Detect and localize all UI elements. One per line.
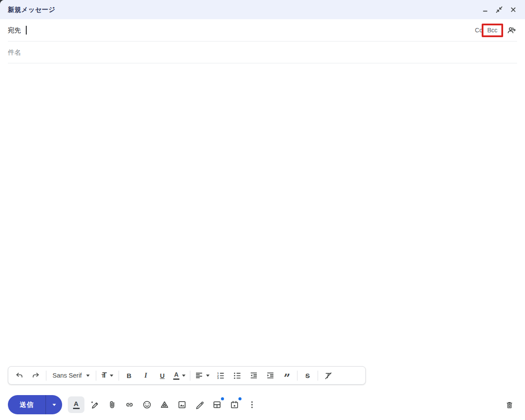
help-me-write-button[interactable] — [86, 396, 103, 413]
numbered-list-button[interactable]: 1 2 3 — [212, 368, 229, 383]
toolbar-divider — [318, 371, 318, 381]
annotation-red-box: Bcc — [482, 24, 503, 37]
pen-icon — [195, 400, 204, 410]
compose-footer: 送信 A — [8, 395, 518, 415]
insert-photo-button[interactable] — [173, 396, 191, 413]
pen-sparkle-icon — [90, 400, 99, 410]
bullet-list-icon — [233, 371, 242, 380]
numbered-list-icon: 1 2 3 — [216, 371, 225, 380]
image-icon — [177, 400, 187, 410]
cc-bcc-group: Cc Bcc — [475, 24, 517, 37]
send-button[interactable]: 送信 — [8, 395, 46, 414]
toolbar-divider — [119, 371, 119, 381]
emoji-icon — [142, 400, 152, 410]
insert-link-button[interactable] — [121, 396, 138, 413]
quote-icon: ” — [284, 371, 290, 380]
strikethrough-icon: S — [305, 372, 310, 379]
chevron-down-icon — [86, 375, 90, 377]
discard-draft-button[interactable] — [500, 396, 518, 413]
add-contacts-button[interactable] — [506, 24, 517, 36]
underline-icon: U — [160, 372, 165, 379]
undo-icon — [15, 371, 24, 380]
bullet-list-button[interactable] — [229, 368, 245, 383]
remove-formatting-icon — [324, 371, 332, 380]
chevron-down-icon — [206, 375, 210, 377]
align-left-icon — [195, 371, 203, 380]
layouts-table-icon — [212, 400, 222, 410]
align-button[interactable] — [192, 368, 212, 383]
signature-pen-button[interactable] — [191, 396, 208, 413]
font-size-icon: TT — [102, 371, 107, 380]
strikethrough-button[interactable]: S — [299, 368, 316, 383]
to-label: 宛先 — [8, 26, 21, 35]
chevron-down-icon — [110, 375, 113, 377]
close-icon — [510, 6, 517, 13]
attach-file-button[interactable] — [103, 396, 121, 413]
bcc-button[interactable]: Bcc — [487, 27, 497, 34]
pop-in-button[interactable] — [494, 4, 505, 15]
text-color-button[interactable]: A — [171, 368, 188, 383]
more-vertical-icon — [247, 400, 257, 410]
link-icon — [125, 400, 134, 410]
to-input[interactable] — [27, 19, 475, 41]
bold-icon: B — [127, 372, 132, 379]
indent-increase-icon — [266, 371, 275, 380]
pop-in-icon — [496, 6, 503, 13]
toolbar-divider — [297, 371, 298, 381]
formatting-options-toggle[interactable]: A — [68, 396, 84, 413]
recipients-row: 宛先 Cc Bcc — [8, 19, 517, 42]
close-button[interactable] — [508, 4, 519, 15]
italic-icon: I — [144, 371, 147, 379]
new-feature-badge — [238, 397, 242, 400]
quote-button[interactable]: ” — [279, 368, 295, 383]
drive-icon — [160, 400, 169, 410]
svg-text:3: 3 — [217, 376, 219, 379]
compose-window: 新規メッセージ 宛先 Cc Bcc — [0, 0, 525, 420]
more-options-button[interactable] — [243, 396, 261, 413]
minimize-icon — [482, 6, 489, 13]
bold-button[interactable]: B — [121, 368, 137, 383]
window-controls — [480, 4, 519, 15]
italic-button[interactable]: I — [137, 368, 154, 383]
compose-title: 新規メッセージ — [8, 6, 56, 14]
indent-decrease-button[interactable] — [245, 368, 262, 383]
font-size-selector[interactable]: TT — [98, 368, 117, 383]
subject-row — [8, 42, 517, 63]
formatting-toolbar: Sans Serif TT B I U A — [8, 366, 366, 385]
undo-button[interactable] — [11, 368, 28, 383]
formatting-a-icon: A — [73, 400, 80, 410]
send-split-button: 送信 — [8, 395, 62, 414]
text-color-icon: A — [173, 371, 179, 380]
calendar-icon — [230, 400, 239, 410]
underline-button[interactable]: U — [154, 368, 171, 383]
redo-button[interactable] — [28, 368, 44, 383]
remove-formatting-button[interactable] — [320, 368, 336, 383]
insert-emoji-button[interactable] — [138, 396, 156, 413]
font-family-label: Sans Serif — [52, 372, 82, 379]
indent-increase-button[interactable] — [262, 368, 279, 383]
toolbar-divider — [190, 371, 190, 381]
layouts-button[interactable] — [208, 396, 226, 413]
person-add-icon — [507, 25, 516, 35]
minimize-button[interactable] — [480, 4, 491, 15]
toolbar-divider — [46, 371, 46, 381]
trash-icon — [505, 400, 514, 410]
calendar-button[interactable] — [226, 396, 243, 413]
paperclip-icon — [107, 400, 117, 410]
new-feature-badge — [221, 397, 224, 400]
chevron-down-icon — [182, 375, 186, 377]
compose-titlebar: 新規メッセージ — [0, 0, 525, 19]
insert-drive-button[interactable] — [156, 396, 173, 413]
chevron-down-icon — [52, 404, 56, 406]
redo-icon — [32, 371, 40, 380]
font-family-selector[interactable]: Sans Serif — [48, 368, 94, 383]
send-options-button[interactable] — [46, 395, 62, 414]
toolbar-divider — [96, 371, 96, 381]
subject-input[interactable] — [8, 49, 517, 56]
indent-decrease-icon — [249, 371, 258, 380]
